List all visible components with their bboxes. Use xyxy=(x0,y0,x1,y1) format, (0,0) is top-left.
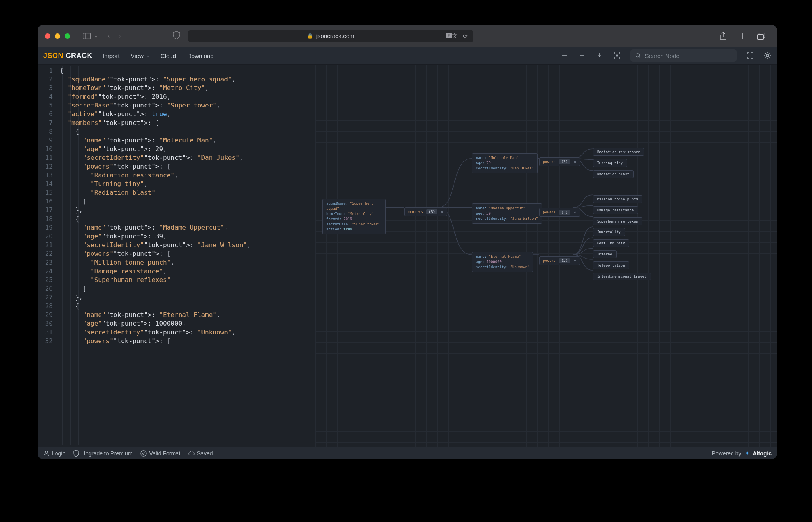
translate-icon[interactable]: 🅰文 xyxy=(446,33,458,40)
svg-point-12 xyxy=(141,451,146,456)
tabs-icon[interactable] xyxy=(757,32,765,40)
menu-download[interactable]: Download xyxy=(187,52,214,59)
altogic-link[interactable]: Altogic xyxy=(753,450,772,457)
url-bar[interactable]: 🔒 jsoncrack.com 🅰文 ⟳ xyxy=(188,30,473,42)
maximize-window-button[interactable] xyxy=(65,33,70,39)
sidebar-dropdown-icon[interactable]: ⌄ xyxy=(94,33,98,39)
graph-powers1-node[interactable]: powers (3) ⚭ xyxy=(539,157,580,166)
zoom-in-button[interactable] xyxy=(578,52,586,59)
reload-icon[interactable]: ⟳ xyxy=(463,33,468,39)
check-circle-icon xyxy=(140,450,147,457)
sidebar-toggle-icon[interactable] xyxy=(82,32,92,40)
code-editor[interactable]: 1234567891011121314151617181920212223242… xyxy=(38,65,315,447)
svg-point-8 xyxy=(636,54,640,57)
graph-leaf[interactable]: Teleportation xyxy=(593,261,629,269)
graph-root-node[interactable]: squadName: "Super hero squad" homeTown: … xyxy=(322,199,386,234)
back-button[interactable]: ‹ xyxy=(107,31,110,41)
svg-rect-0 xyxy=(83,33,91,39)
graph-leaf[interactable]: Heat Immunity xyxy=(593,239,629,247)
user-icon xyxy=(43,450,50,457)
share-icon[interactable] xyxy=(719,32,727,40)
zoom-out-button[interactable] xyxy=(561,52,569,59)
graph-leaf[interactable]: Damage resistance xyxy=(593,206,638,214)
traffic-lights xyxy=(45,33,70,39)
app-toolbar: JSON CRACK Import View⌄ Cloud Download xyxy=(38,47,777,65)
link-icon: ⚭ xyxy=(573,259,576,263)
login-button[interactable]: Login xyxy=(43,450,65,457)
svg-point-7 xyxy=(616,55,618,56)
svg-rect-3 xyxy=(758,34,764,39)
cloud-icon xyxy=(188,450,195,457)
graph-leaf[interactable]: Interdimensional travel xyxy=(593,273,651,280)
lock-icon: 🔒 xyxy=(307,33,313,39)
menu-view[interactable]: View⌄ xyxy=(131,52,149,59)
graph-member2-node[interactable]: name: "Madame Uppercut" age: 39 secretId… xyxy=(472,203,542,224)
search-box[interactable] xyxy=(630,49,737,62)
browser-window: ⌄ ‹ › 🔒 jsoncrack.com 🅰文 ⟳ JSON CRACK Im… xyxy=(38,25,777,459)
link-icon: ⚭ xyxy=(440,210,444,214)
main-area: 1234567891011121314151617181920212223242… xyxy=(38,65,777,447)
graph-leaf[interactable]: Radiation resistance xyxy=(593,148,644,156)
close-window-button[interactable] xyxy=(45,33,50,39)
fullscreen-icon[interactable] xyxy=(746,52,754,59)
graph-member3-node[interactable]: name: "Eternal Flame" age: 1000000 secre… xyxy=(472,252,533,272)
code-content[interactable]: { "squadName""tok-punct">: "Super hero s… xyxy=(57,65,315,447)
link-icon: ⚭ xyxy=(573,210,576,215)
saved-indicator: Saved xyxy=(188,450,213,457)
altogic-icon: ✦ xyxy=(745,449,750,457)
shield-icon xyxy=(73,450,79,457)
graph-members-node[interactable]: members (3) ⚭ xyxy=(404,207,447,216)
main-menu: Import View⌄ Cloud Download xyxy=(103,52,214,59)
svg-line-9 xyxy=(639,57,641,58)
graph-leaf[interactable]: Million tonne punch xyxy=(593,195,642,203)
chevron-down-icon: ⌄ xyxy=(146,53,149,58)
search-input[interactable] xyxy=(645,52,732,59)
graph-powers2-node[interactable]: powers (3) ⚭ xyxy=(539,208,580,217)
new-tab-icon[interactable] xyxy=(738,32,746,40)
settings-icon[interactable] xyxy=(764,52,772,59)
powered-by-text: Powered by xyxy=(712,450,741,457)
browser-titlebar: ⌄ ‹ › 🔒 jsoncrack.com 🅰文 ⟳ xyxy=(38,25,777,47)
brand-logo[interactable]: JSON CRACK xyxy=(43,52,92,60)
valid-format-indicator: Valid Format xyxy=(140,450,180,457)
menu-cloud[interactable]: Cloud xyxy=(161,52,176,59)
search-icon xyxy=(635,52,641,59)
app-content: JSON CRACK Import View⌄ Cloud Download xyxy=(38,47,777,459)
graph-powers3-node[interactable]: powers (5) ⚭ xyxy=(539,256,580,265)
line-gutter: 1234567891011121314151617181920212223242… xyxy=(38,65,57,447)
svg-point-11 xyxy=(45,451,48,453)
status-bar: Login Upgrade to Premium Valid Format Sa… xyxy=(38,447,777,459)
graph-leaf[interactable]: Immortality xyxy=(593,228,625,236)
minimize-window-button[interactable] xyxy=(55,33,60,39)
privacy-shield-icon[interactable] xyxy=(173,31,180,41)
svg-point-10 xyxy=(766,54,769,57)
graph-leaf[interactable]: Turning tiny xyxy=(593,159,627,167)
graph-canvas[interactable]: squadName: "Super hero squad" homeTown: … xyxy=(315,65,777,447)
download-icon[interactable] xyxy=(596,52,603,59)
menu-import[interactable]: Import xyxy=(103,52,120,59)
upgrade-button[interactable]: Upgrade to Premium xyxy=(73,450,132,457)
graph-member1-node[interactable]: name: "Molecule Man" age: 29 secretIdent… xyxy=(472,153,538,173)
forward-button[interactable]: › xyxy=(118,31,121,41)
graph-leaf[interactable]: Radiation blast xyxy=(593,170,634,178)
graph-leaf[interactable]: Superhuman reflexes xyxy=(593,217,642,225)
graph-leaf[interactable]: Inferno xyxy=(593,250,617,258)
link-icon: ⚭ xyxy=(573,160,576,164)
center-icon[interactable] xyxy=(613,52,621,59)
url-text: jsoncrack.com xyxy=(316,33,354,39)
